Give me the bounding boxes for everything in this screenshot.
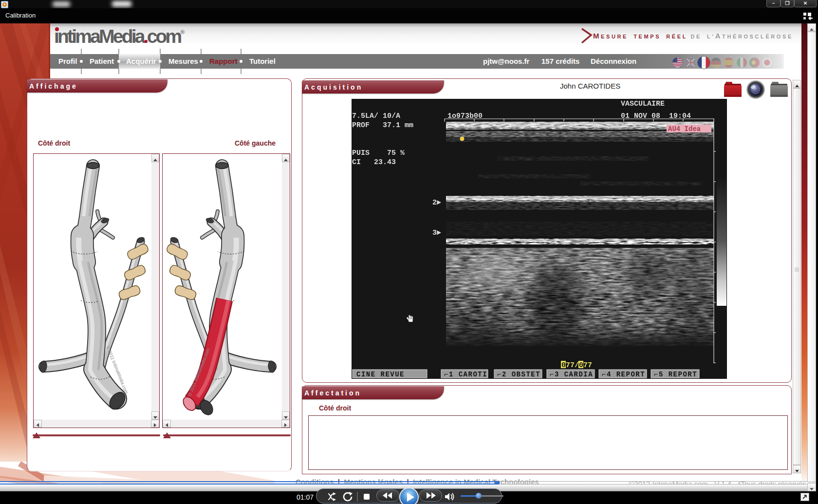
svg-text:PUIS 75 %: PUIS 75 % [352,149,405,157]
svg-text:0: 0 [561,361,566,370]
svg-text:1o973b00: 1o973b00 [447,112,483,120]
svg-text:3►: 3► [432,229,441,237]
svg-text:⌐1 CAROTI: ⌐1 CAROTI [444,371,487,378]
svg-text:CI 23.43: CI 23.43 [352,158,396,167]
svg-text:7.5LA/ 10/A: 7.5LA/ 10/A [352,112,400,120]
svg-text:PROF 37.1 mm: PROF 37.1 mm [352,121,413,130]
svg-text:01 NOV 08 19:04: 01 NOV 08 19:04 [621,112,691,120]
svg-text:AU4 Idea: AU4 Idea [668,125,701,133]
svg-text:⌐5 REPORT: ⌐5 REPORT [654,371,697,378]
svg-text:077/077: 077/077 [561,361,592,370]
svg-text:⌐4 REPORT: ⌐4 REPORT [602,371,645,378]
svg-text:CINE REVUE: CINE REVUE [356,371,405,378]
svg-text:2►: 2► [432,199,441,207]
svg-text:VASCULAIRE: VASCULAIRE [621,100,665,108]
svg-text:⌐2 OBSTET: ⌐2 OBSTET [497,371,540,378]
svg-text:0: 0 [579,361,583,370]
svg-text:⌐3 CARDIA: ⌐3 CARDIA [550,371,593,378]
